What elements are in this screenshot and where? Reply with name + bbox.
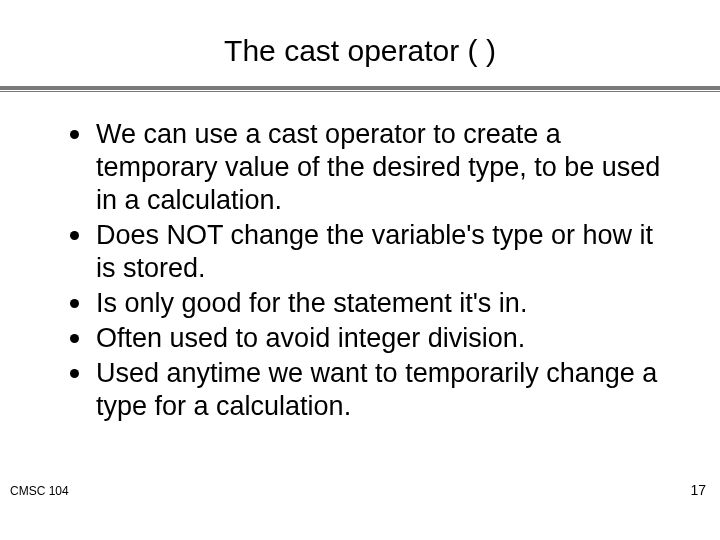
- slide: The cast operator ( ) We can use a cast …: [0, 0, 720, 540]
- content-area: We can use a cast operator to create a t…: [0, 92, 720, 422]
- slide-title: The cast operator ( ): [0, 0, 720, 86]
- list-item: Used anytime we want to temporarily chan…: [70, 357, 672, 423]
- page-number: 17: [690, 482, 706, 498]
- list-item: Often used to avoid integer division.: [70, 322, 672, 355]
- list-item: We can use a cast operator to create a t…: [70, 118, 672, 217]
- list-item: Is only good for the statement it's in.: [70, 287, 672, 320]
- divider: [0, 86, 720, 92]
- list-item: Does NOT change the variable's type or h…: [70, 219, 672, 285]
- bullet-list: We can use a cast operator to create a t…: [70, 118, 672, 422]
- footer-course: CMSC 104: [10, 484, 69, 498]
